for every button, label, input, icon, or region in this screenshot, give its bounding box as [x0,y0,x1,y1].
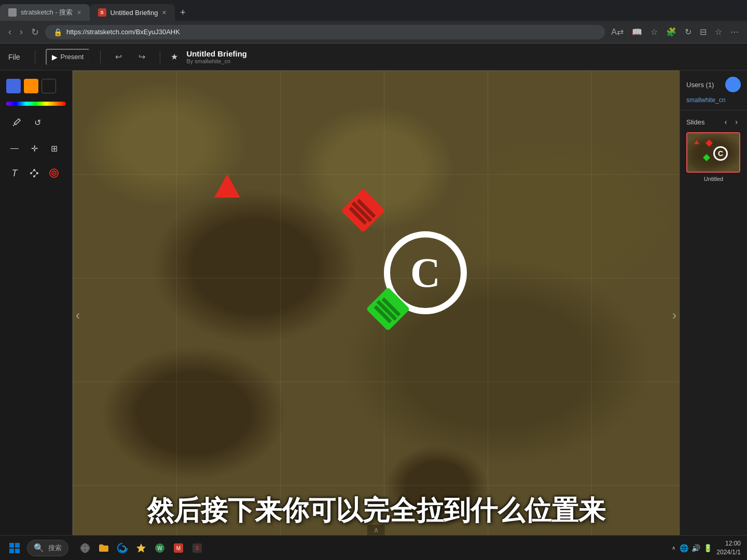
eyedropper-tool[interactable] [8,114,25,131]
right-sidebar: Users (1) smallwhite_cn Slides ‹ › C [680,71,747,560]
line-tool[interactable]: — [6,140,23,157]
slides-prev-button[interactable]: ‹ [722,117,730,127]
split-view-button[interactable]: ⊟ [698,25,709,39]
eyedropper-row: ↺ [6,113,48,132]
users-panel: Users (1) smallwhite_cn [680,71,747,110]
search-icon: 🔍 [34,543,44,553]
taskbar-network-icon[interactable]: 🌐 [680,544,688,552]
tab-briefing[interactable]: S Untitled Briefing × [90,4,175,21]
browser-chrome: stratsketch - 搜索 × S Untitled Briefing ×… [0,0,747,44]
map-grid [73,71,680,560]
app-layout: File ▶ Present ↩ ↪ ★ Untitled Briefing B… [0,44,747,560]
canvas-next-button[interactable]: › [672,308,676,323]
svg-marker-29 [136,543,146,553]
taskbar-chevron[interactable]: ∧ [672,545,675,551]
taskbar-right: ∧ 🌐 🔊 🔋 12:00 2024/1/1 [672,539,741,557]
taskbar-icon-app3[interactable]: S [189,540,205,556]
user-avatar [725,77,741,92]
slide-label: Untitled [686,176,741,182]
present-button[interactable]: ▶ Present [46,49,90,65]
refresh2-button[interactable]: ↻ [683,25,694,39]
toolbar-separator-1 [35,51,35,63]
tab-briefing-label: Untitled Briefing [110,9,158,17]
refresh-button[interactable]: ↻ [29,24,41,40]
extensions-button[interactable]: 🧩 [664,25,679,39]
address-bar-row: ‹ › ↻ 🔒 https://stratsketch.com/BxEyuJ30… [0,21,747,44]
taskbar-search[interactable]: 🔍 搜索 [27,540,68,556]
slide-thumbnail[interactable]: C [686,132,740,173]
target-tool[interactable] [46,165,62,181]
briefing-subtitle: By smallwhite_cn [186,58,247,64]
toolbar-title: Untitled Briefing By smallwhite_cn [186,49,247,64]
back-button[interactable]: ‹ [6,24,13,39]
svg-line-5 [34,170,37,173]
toolbar-separator-3 [160,51,160,63]
taskbar-clock[interactable]: 12:00 2024/1/1 [716,539,741,557]
undo-button[interactable]: ↩ [111,50,126,64]
taskbar-volume-icon[interactable]: 🔊 [691,544,700,552]
toolbar: File ▶ Present ↩ ↪ ★ Untitled Briefing B… [0,44,747,71]
move-tool[interactable]: ✛ [26,140,43,157]
tab-search-close[interactable]: × [77,8,81,17]
slides-panel: Slides ‹ › C [680,110,747,560]
svg-text:W: W [157,545,162,551]
slides-title: Slides [686,118,704,126]
svg-point-9 [53,173,55,174]
refresh-tool[interactable]: ↺ [29,114,46,131]
forward-button[interactable]: › [18,24,25,39]
tab-search-label: stratsketch - 搜索 [21,8,73,17]
select-tool[interactable]: ⊞ [46,140,62,157]
new-tab-button[interactable]: + [175,4,191,21]
taskbar-search-text: 搜索 [48,543,62,553]
text-tool[interactable]: T [6,165,23,181]
taskbar-icon-edge[interactable] [114,540,131,556]
favorites-button[interactable]: ☆ [648,25,660,39]
color-gradient-picker[interactable] [6,102,66,106]
translate-button[interactable]: A⇄ [609,25,626,39]
svg-text:M: M [176,545,181,551]
reader-button[interactable]: 📖 [630,25,644,39]
toolbar-separator-2 [100,51,101,63]
redo-button[interactable]: ↪ [134,50,149,64]
svg-rect-21 [703,154,710,161]
taskbar-battery-icon[interactable]: 🔋 [703,544,712,552]
slides-header: Slides ‹ › [686,117,741,127]
address-bar[interactable]: 🔒 https://stratsketch.com/BxEyuJ30AHK [45,25,605,39]
star-button[interactable]: ★ [171,52,178,62]
slide-marker-c: C [713,146,728,161]
canvas-area[interactable]: C 然后接下来你可以完全拉到什么位置来 ‹ › ∧ [73,71,680,560]
tab-bar: stratsketch - 搜索 × S Untitled Briefing ×… [0,0,747,21]
svg-rect-24 [9,549,14,553]
tab-briefing-close[interactable]: × [162,8,166,17]
slide-thumb-red-diamond [706,139,713,149]
collapse-button[interactable]: ∧ [367,525,385,535]
taskbar-icon-app2[interactable]: M [170,540,187,556]
slides-next-button[interactable]: › [732,117,741,127]
taskbar-icon-app1[interactable]: W [151,540,168,556]
swatch-orange[interactable] [24,79,38,93]
svg-rect-25 [15,549,20,553]
favorites2-button[interactable]: ☆ [713,25,724,39]
taskbar-icon-globe[interactable] [77,540,93,556]
file-menu[interactable]: File [8,53,20,61]
taskbar-icon-folder[interactable] [95,540,112,556]
present-label: Present [61,53,84,61]
node-tool[interactable] [26,165,43,181]
tab-search[interactable]: stratsketch - 搜索 × [0,4,90,21]
canvas-prev-button[interactable]: ‹ [76,308,80,323]
users-title: Users (1) [686,81,714,89]
svg-line-6 [34,173,37,176]
slide-thumb-triangle [694,137,700,147]
start-button[interactable] [6,540,23,556]
taskbar: 🔍 搜索 W M S ∧ 🌐 🔊 🔋 12 [0,535,747,560]
tab-favicon-search [8,8,17,17]
play-icon: ▶ [52,53,58,61]
tool-row-2: — ✛ ⊞ [4,139,68,158]
user-name: smallwhite_cn [686,96,741,104]
svg-rect-20 [706,139,713,147]
menu-button[interactable]: ⋯ [728,25,741,39]
browser-actions: A⇄ 📖 ☆ 🧩 ↻ ⊟ ☆ ⋯ [609,25,741,39]
swatch-black[interactable] [42,79,56,93]
taskbar-icon-star[interactable] [133,540,149,556]
swatch-blue[interactable] [6,79,21,93]
